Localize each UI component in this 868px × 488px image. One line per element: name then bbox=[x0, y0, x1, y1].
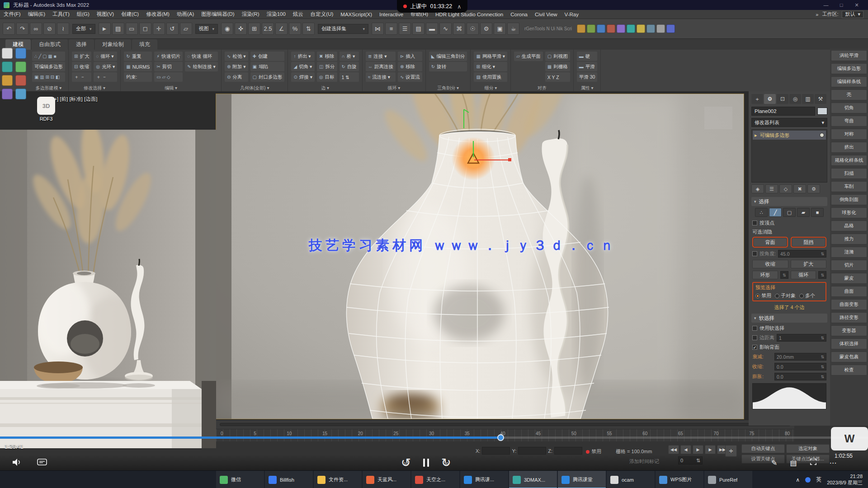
grow-button[interactable]: 扩大 bbox=[791, 260, 827, 268]
y-coordinate-field[interactable] bbox=[518, 447, 546, 455]
plugin-icon-2[interactable] bbox=[587, 24, 595, 33]
show-end-result-icon[interactable]: ☰ bbox=[765, 184, 778, 193]
object-name-field[interactable]: Plane002 bbox=[751, 107, 815, 116]
ribbon-panel-label[interactable]: 循环 ▾ bbox=[366, 84, 422, 91]
utilities-tab-icon[interactable]: ⚒ bbox=[815, 94, 826, 104]
constraint-options-icons[interactable]: ▭ ▱ ◇ bbox=[154, 72, 183, 82]
taskbar-item[interactable]: 腾讯课... bbox=[460, 471, 508, 488]
left-toolbar-icon-2[interactable] bbox=[15, 48, 26, 59]
constraints-label[interactable]: 约束: bbox=[124, 72, 152, 82]
connect-button[interactable]: ≣ 连接 ▾ bbox=[366, 52, 396, 61]
disable-toggle[interactable]: 禁用 bbox=[586, 448, 601, 455]
minimize-button[interactable]: — bbox=[818, 2, 834, 8]
plugin-icon-4[interactable] bbox=[607, 24, 615, 33]
forward-30-button[interactable]: ↻30 bbox=[440, 456, 453, 469]
modifier-preset-button[interactable]: 壳 bbox=[831, 89, 867, 100]
modify-tab-icon[interactable]: ⚙ bbox=[764, 94, 776, 104]
loop-spinner[interactable]: ⇅ bbox=[818, 271, 826, 279]
play-button[interactable]: ▶ bbox=[693, 445, 703, 454]
ribbon-tab[interactable]: 选择 bbox=[69, 39, 94, 50]
plugin-icon-7[interactable] bbox=[637, 24, 645, 33]
by-angle-checkbox[interactable] bbox=[752, 251, 757, 256]
cap-poly-button[interactable]: ▢ 封口多边形 bbox=[250, 72, 285, 82]
go-to-start-button[interactable]: ◀◀ bbox=[668, 445, 679, 454]
auto-key-button[interactable]: 自动关键点 bbox=[741, 444, 785, 453]
modifier-preset-button[interactable]: 编辑多边形 bbox=[831, 63, 867, 74]
detach-button[interactable]: ⊖ 分离 bbox=[225, 72, 248, 82]
modifier-preset-button[interactable]: 编辑样条线 bbox=[831, 76, 867, 87]
turn-edge-button[interactable]: ↻ 旋转 bbox=[429, 62, 467, 71]
annotate-pen-icon[interactable]: ✎ bbox=[771, 459, 777, 467]
align-xyz-buttons[interactable]: X Y Z bbox=[545, 72, 570, 82]
schematic-view-icon[interactable]: ⌘ bbox=[453, 23, 465, 35]
taskbar-item[interactable]: ocam bbox=[607, 471, 655, 488]
weld-button[interactable]: ⊙ 焊接 ▾ bbox=[291, 72, 315, 82]
desktop-icon-rdf3[interactable]: 3D RDF3 bbox=[33, 97, 59, 122]
ribbon-tab[interactable]: 填充 bbox=[132, 39, 157, 50]
edge-distance-checkbox[interactable] bbox=[752, 335, 757, 340]
bubble-spinner[interactable]: 0.0⇅ bbox=[774, 373, 826, 380]
video-seek-bar[interactable] bbox=[0, 436, 868, 439]
ribbon-tab[interactable]: 对象绘制 bbox=[95, 39, 131, 50]
selected-filter-dropdown[interactable]: 选定对象 bbox=[786, 444, 830, 453]
plugin-icon-10[interactable] bbox=[666, 24, 675, 33]
grow-shrink-steppers[interactable]: ＋ － bbox=[72, 72, 91, 82]
z-coordinate-field[interactable] bbox=[554, 447, 582, 455]
modifier-preset-button[interactable]: 晶格 bbox=[831, 221, 867, 231]
selection-rollout-header[interactable]: ▾选择 bbox=[751, 197, 827, 206]
ribbon-panel-label[interactable]: 几何体(全部) ▾ bbox=[225, 84, 285, 91]
taskbar-item[interactable]: PureRef bbox=[704, 471, 752, 488]
left-toolbar-icon-5[interactable] bbox=[2, 75, 13, 86]
modifier-preset-button[interactable]: 切片 bbox=[831, 260, 867, 271]
extrude-button[interactable]: ↑ 挤出 ▾ bbox=[291, 52, 315, 61]
ribbon-tab[interactable]: 自由形式 bbox=[32, 39, 68, 50]
render-production-icon[interactable]: ☕ bbox=[507, 23, 519, 35]
tessellate-button[interactable]: ⊞ 细化 ▾ bbox=[474, 62, 507, 71]
whiteboard-icon[interactable]: ▤ bbox=[790, 459, 797, 467]
make-planar-button[interactable]: ▱ 生成平面 bbox=[514, 52, 543, 61]
scene-explorer-icon[interactable]: ☰ bbox=[399, 23, 411, 35]
modifier-preset-button[interactable]: 对称 bbox=[831, 129, 867, 140]
modifier-preset-button[interactable]: 车削 bbox=[831, 181, 867, 192]
left-toolbar-icon-3[interactable] bbox=[2, 61, 13, 72]
smooth-30-button[interactable]: 平滑 30 bbox=[577, 72, 598, 82]
ribbon-toggle-icon[interactable]: ▬ bbox=[426, 23, 438, 35]
visibility-toggle-icon[interactable] bbox=[820, 133, 824, 137]
modifier-preset-button[interactable]: 曲面 bbox=[831, 286, 867, 297]
use-displacement-button[interactable]: ▨ 使用置换 bbox=[474, 72, 507, 82]
relax-button[interactable]: ∿ 松弛 ▾ bbox=[225, 52, 248, 61]
use-soft-selection-checkbox[interactable] bbox=[752, 326, 757, 331]
modifier-preset-button[interactable]: 涡轮平滑 bbox=[831, 50, 867, 61]
menu-item[interactable]: 编辑(E) bbox=[24, 11, 49, 18]
taskbar-item[interactable]: WPS图片 bbox=[656, 471, 703, 488]
quick-slice-button[interactable]: ⚡ 快速切片 bbox=[154, 52, 183, 61]
ring-steppers[interactable]: ＋ － bbox=[94, 72, 117, 82]
left-toolbar-icon-8[interactable] bbox=[15, 89, 26, 99]
loop-selection-button[interactable]: ◌ 循环 ▾ bbox=[94, 52, 117, 61]
nurms-button[interactable]: ▦ NURMS bbox=[124, 62, 152, 71]
ribbon-panel-label[interactable]: 边 ▾ bbox=[291, 84, 359, 91]
percent-snap-icon[interactable]: % bbox=[289, 23, 301, 35]
fullscreen-icon[interactable] bbox=[810, 458, 817, 467]
display-tab-icon[interactable]: ▥ bbox=[802, 94, 814, 104]
loop-button[interactable]: 循环 bbox=[791, 271, 816, 279]
remove-edge-button[interactable]: ✖ 移除 bbox=[317, 52, 337, 61]
rendered-frame-window-icon[interactable]: ▣ bbox=[494, 23, 506, 35]
spinner-snap-icon[interactable]: ⇅ bbox=[302, 23, 315, 35]
set-flow-button[interactable]: ∿ 设置流 bbox=[398, 72, 422, 82]
edge-mode-icon[interactable]: ╱ bbox=[769, 208, 782, 217]
taskbar-item[interactable]: 腾讯课堂 bbox=[558, 471, 606, 488]
modifier-preset-button[interactable]: 涟漪 bbox=[831, 247, 867, 258]
menu-item[interactable]: 渲染100 bbox=[263, 11, 289, 18]
draw-connect-button[interactable]: ✎ 绘制连接 ▾ bbox=[185, 62, 218, 71]
window-crossing-icon[interactable]: ◻ bbox=[139, 23, 151, 35]
menu-item[interactable]: 修改器(M) bbox=[142, 11, 173, 18]
poly-modeling-icons[interactable]: ▣ ▥ ⊞ ⊟ ◧ bbox=[32, 72, 65, 82]
left-toolbar-icon-1[interactable] bbox=[2, 48, 13, 59]
viewport-label[interactable]: [+] [前] [标准] [边面] bbox=[52, 96, 97, 103]
taskbar-item[interactable]: Billfish bbox=[265, 471, 313, 488]
object-color-swatch[interactable] bbox=[817, 108, 827, 115]
plugin-icon-6[interactable] bbox=[627, 24, 635, 33]
use-pivot-center-icon[interactable]: ◉ bbox=[221, 23, 233, 35]
select-and-rotate-icon[interactable]: ↺ bbox=[166, 23, 179, 35]
